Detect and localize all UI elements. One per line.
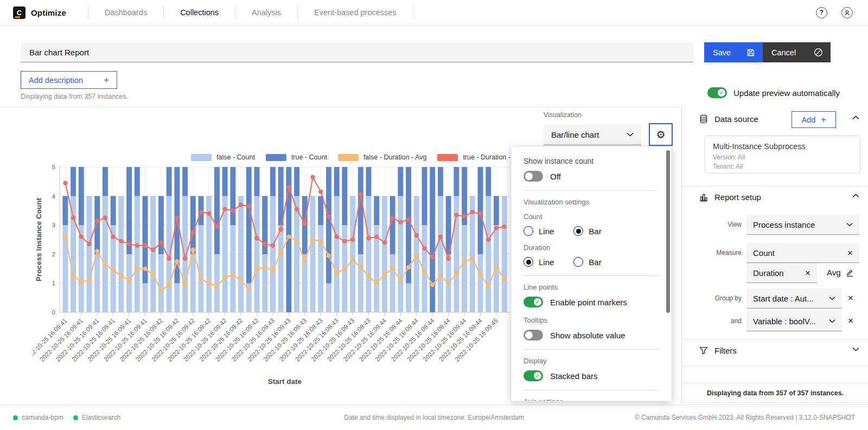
nav-event-based-processes[interactable]: Event-based processes xyxy=(298,8,413,17)
filters-expand-chevron[interactable] xyxy=(852,347,859,351)
divider xyxy=(524,390,659,390)
measure-count-chip[interactable]: Count × xyxy=(746,243,859,263)
connection-status: camunda-bpm Elasticsearch xyxy=(0,414,120,421)
nav-divider xyxy=(413,5,413,20)
data-source-card[interactable]: Multi-Instance Subprocess Version: All T… xyxy=(705,136,860,174)
cancel-label: Cancel xyxy=(771,48,796,57)
cancel-icon xyxy=(814,48,823,57)
data-source-collapse-chevron[interactable] xyxy=(852,115,859,120)
count-radio-group: Line Bar xyxy=(524,226,659,236)
remove-duration-icon[interactable]: × xyxy=(805,268,810,278)
chevron-down-icon xyxy=(829,296,835,300)
instances-summary: Displaying data from 357 of 357 instance… xyxy=(682,383,868,403)
and-group-dropdown[interactable]: Variable : boolV... xyxy=(746,311,842,331)
legend-swatch xyxy=(266,154,286,161)
nav-collections[interactable]: Collections xyxy=(164,8,235,17)
view-value: Process instance xyxy=(753,220,815,229)
svg-text:0: 0 xyxy=(52,309,55,316)
line-points-label: Line points xyxy=(524,283,659,291)
report-setup-header[interactable]: Report setup xyxy=(699,192,761,202)
engine-connection: camunda-bpm xyxy=(13,414,63,421)
source-name: Multi-Instance Subprocess xyxy=(713,142,852,151)
add-data-source-button[interactable]: Add + xyxy=(792,111,836,128)
auto-preview-toggle[interactable]: ✓ xyxy=(707,87,727,98)
bar-line-chart[interactable]: 0123452022-10-25 16:09:412022-10-25 16:0… xyxy=(33,151,515,400)
camunda-logo-icon: C xyxy=(13,7,25,19)
remove-count-icon[interactable]: × xyxy=(847,248,853,258)
add-label: Add xyxy=(801,115,815,124)
filters-header[interactable]: Filters xyxy=(699,346,737,355)
count-bar-radio[interactable] xyxy=(573,226,583,236)
stacked-bars-toggle-label: Stacked bars xyxy=(550,371,598,381)
show-instance-count-toggle[interactable]: ✓ xyxy=(524,171,543,182)
legend-swatch xyxy=(338,154,359,161)
add-description-button[interactable]: Add description + xyxy=(21,71,117,89)
duration-bar-label: Bar xyxy=(589,258,601,267)
database-icon xyxy=(699,114,708,124)
data-source-title: Data source xyxy=(714,114,758,124)
filters-title: Filters xyxy=(714,346,737,355)
svg-text:2: 2 xyxy=(52,251,55,258)
plus-icon: + xyxy=(104,75,109,86)
measure-duration-chip[interactable]: Duration × xyxy=(746,263,817,283)
view-dropdown[interactable]: Process instance xyxy=(746,215,859,235)
data-source-header[interactable]: Data source xyxy=(699,114,758,124)
popover-scrollbar[interactable] xyxy=(666,150,670,313)
chart-settings-gear-button[interactable]: ⚙ xyxy=(649,123,673,146)
legend-swatch xyxy=(191,154,212,161)
duration-setting-label: Duration xyxy=(524,243,659,252)
section-divider xyxy=(682,339,868,339)
remove-group-by-icon[interactable]: × xyxy=(848,293,853,303)
report-setup-collapse-chevron[interactable] xyxy=(852,194,859,198)
view-label: View xyxy=(690,221,742,228)
duration-line-radio[interactable] xyxy=(524,257,533,267)
visualization-dropdown[interactable]: Bar/line chart xyxy=(544,124,641,145)
svg-text:Process Instance Count: Process Instance Count xyxy=(35,198,43,281)
status-dot-icon xyxy=(73,415,78,420)
stacked-bars-toggle[interactable]: ✓ xyxy=(524,370,543,381)
add-description-label: Add description xyxy=(29,76,83,85)
save-button[interactable]: Save xyxy=(704,42,763,62)
visualization-selected-value: Bar/line chart xyxy=(551,130,599,139)
remove-and-group-icon[interactable]: × xyxy=(848,316,853,325)
absolute-value-toggle[interactable]: ✓ xyxy=(524,330,543,341)
aggregation-edit[interactable]: Avg xyxy=(827,268,854,277)
legend-item[interactable]: true - Count xyxy=(266,153,327,161)
divider xyxy=(524,275,659,276)
header-icons: ? xyxy=(816,7,868,18)
user-profile-icon[interactable] xyxy=(841,7,853,18)
count-bar-label: Bar xyxy=(589,227,601,236)
edit-pencil-icon xyxy=(846,268,854,277)
visualization-settings-label: Visualization settings xyxy=(524,198,659,206)
duration-bar-radio[interactable] xyxy=(573,257,583,267)
svg-text:4: 4 xyxy=(52,193,56,200)
gear-icon: ⚙ xyxy=(656,129,665,141)
legend-item[interactable]: false - Count xyxy=(191,153,255,161)
check-icon: ✓ xyxy=(719,90,724,95)
count-line-radio[interactable] xyxy=(524,226,533,236)
legend-label: false - Count xyxy=(216,153,255,161)
section-divider xyxy=(682,186,868,187)
report-title-input[interactable] xyxy=(21,42,693,62)
legend-item[interactable]: false - Duration - Avg xyxy=(338,153,427,161)
svg-text:5: 5 xyxy=(52,164,55,170)
group-by-dropdown[interactable]: Start date : Aut... xyxy=(746,288,842,309)
axis-settings-label: Axis settings xyxy=(524,397,659,401)
brand[interactable]: C Optimize xyxy=(0,7,66,19)
aggregation-value: Avg xyxy=(827,268,841,277)
count-line-label: Line xyxy=(539,227,554,236)
point-markers-toggle[interactable]: ✓ xyxy=(524,297,543,307)
product-name: Optimize xyxy=(31,8,66,17)
optimize-app: C Optimize Dashboards Collections Analys… xyxy=(0,0,868,430)
measure-label: Measure xyxy=(690,249,742,256)
count-setting-label: Count xyxy=(524,213,659,221)
nav-analysis[interactable]: Analysis xyxy=(235,8,297,17)
top-navigation-bar: C Optimize Dashboards Collections Analys… xyxy=(0,0,868,25)
auto-preview-row: ✓ Update preview automatically xyxy=(707,87,840,98)
cancel-button[interactable]: Cancel xyxy=(763,42,831,62)
legend-label: false - Duration - Avg xyxy=(363,153,427,161)
elasticsearch-connection-label: Elasticsearch xyxy=(82,414,120,421)
group-by-value: Start date : Aut... xyxy=(753,294,814,303)
help-icon[interactable]: ? xyxy=(816,7,827,18)
nav-dashboards[interactable]: Dashboards xyxy=(88,8,163,17)
